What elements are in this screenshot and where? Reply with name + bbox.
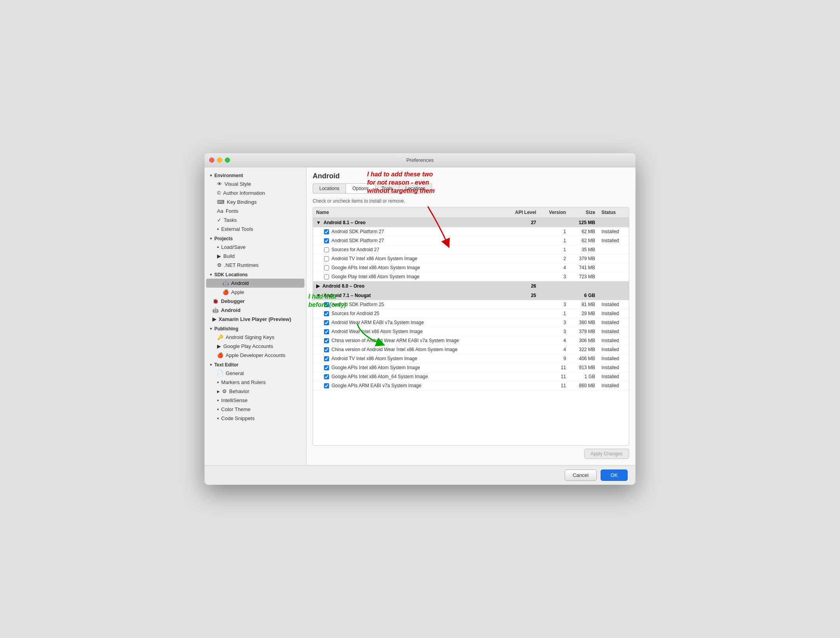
item-size: 360 MB [569,318,598,327]
item-status: Installed [598,227,629,236]
item-status: Installed [598,327,629,336]
item-checkbox[interactable] [324,229,329,234]
content-header: Android Locations Options Tools Location… [306,167,635,194]
item-checkbox[interactable] [324,329,329,334]
sidebar-item-color-theme[interactable]: ▪ Color Theme [206,405,304,414]
sidebar-item-android-standalone[interactable]: 🤖 Android [206,306,304,315]
snippets-icon: ▪ [217,415,219,421]
item-name: Google APIs Intel x86 Atom System Image [331,265,420,270]
sidebar-item-android-signing[interactable]: 🔑 Android Signing Keys [206,333,304,342]
item-checkbox[interactable] [324,383,329,388]
close-button[interactable] [209,158,214,163]
group-size [569,281,598,291]
sidebar-item-google-play[interactable]: ▶ Google Play Accounts [206,342,304,351]
item-size: 913 MB [569,363,598,372]
sdk-table[interactable]: Name API Level Version Size Status ▼ And… [313,207,629,446]
item-api [504,336,539,345]
sidebar-item-code-snippets[interactable]: ▪ Code Snippets [206,414,304,423]
sidebar-item-apple-dev[interactable]: 🍎 Apple Developer Accounts [206,351,304,360]
cancel-button[interactable]: Cancel [565,469,597,481]
item-checkbox[interactable] [324,320,329,325]
page-title: Android [313,172,629,180]
maximize-button[interactable] [225,158,230,163]
item-checkbox[interactable] [324,347,329,352]
tab-locations1[interactable]: Locations [313,183,346,194]
item-version: 1 [539,227,569,236]
item-checkbox[interactable] [324,374,329,379]
tab-options[interactable]: Options [346,183,375,194]
item-status: Installed [598,318,629,327]
sidebar-item-apple[interactable]: 🍎 Apple [206,288,304,297]
sidebar-item-visual-style[interactable]: 👁 Visual Style [206,179,304,188]
sidebar-item-debugger[interactable]: 🐞 Debugger [206,297,304,306]
item-checkbox[interactable] [324,302,329,307]
sidebar-item-general[interactable]: 📄 General [206,369,304,378]
item-checkbox[interactable] [324,238,329,243]
sidebar-item-author-info[interactable]: © Author Information [206,188,304,198]
sidebar-item-load-save[interactable]: ▪ Load/Save [206,243,304,252]
item-version: 3 [539,327,569,336]
item-checkbox[interactable] [324,274,329,279]
item-checkbox[interactable] [324,265,329,270]
item-size: 1 GB [569,372,598,381]
item-size: 62 MB [569,227,598,236]
table-row: Android Wear ARM EABI v7a System Image 3… [313,318,629,327]
apply-row: Apply Changes [313,446,629,460]
sidebar-item-intellisense[interactable]: ▪ IntelliSense [206,396,304,405]
key-icon: 🔑 [217,334,223,340]
tab-locations2[interactable]: Locations [399,183,432,194]
folder-icon: ▪ [217,244,219,250]
google-icon: ▶ [217,343,221,349]
sidebar-group-text-editor[interactable]: ▼ Text Editor [205,360,306,369]
item-name: Sources for Android 25 [331,311,379,316]
col-version: Version [539,207,569,218]
sidebar-item-xamarin[interactable]: ▶ Xamarin Live Player (Preview) [206,315,304,324]
tab-tools[interactable]: Tools [375,183,399,194]
item-checkbox[interactable] [324,338,329,343]
sidebar-group-projects[interactable]: ▼ Projects [205,234,306,243]
item-checkbox[interactable] [324,256,329,261]
sidebar-item-behavior[interactable]: ▶ ⚙ Behavior [206,387,304,396]
ok-button[interactable]: OK [601,469,628,481]
item-checkbox[interactable] [324,247,329,252]
item-size: 62 MB [569,236,598,245]
table-group-row[interactable]: ▶ Android 8.0 – Oreo 26 [313,281,629,291]
item-checkbox[interactable] [324,311,329,316]
item-name: Android SDK Platform 27 [331,229,384,234]
sidebar-group-environment[interactable]: ▼ Environment [205,170,306,179]
item-api [504,354,539,363]
sidebar-item-net-runtimes[interactable]: ⚙ .NET Runtimes [206,261,304,270]
sidebar-group-sdk[interactable]: ▼ SDK Locations [205,270,306,279]
sidebar-item-external-tools[interactable]: ▪ External Tools [206,225,304,234]
sidebar-item-markers[interactable]: ▪ Markers and Rulers [206,378,304,387]
item-version: 1 [539,309,569,318]
sidebar-item-key-bindings[interactable]: ⌨ Key Bindings [206,198,304,207]
doc-icon: 📄 [217,370,223,376]
table-row: Google APIs Intel x86 Atom System Image … [313,263,629,272]
sidebar-item-android[interactable]: 🤖 Android [206,279,304,288]
author-icon: © [217,190,221,196]
item-api [504,254,539,263]
item-name: Google APIs ARM EABI v7a System Image [331,383,421,388]
item-name: Android TV Intel x86 Atom System Image [331,356,417,361]
sidebar-group-publishing[interactable]: ▼ Publishing [205,324,306,333]
item-size: 723 MB [569,272,598,281]
item-version: 3 [539,318,569,327]
debugger-icon: 🐞 [212,298,219,304]
sidebar-item-fonts[interactable]: Aa Fonts [206,207,304,216]
main-content: I had to add these twofor not reason - e… [306,167,635,465]
item-checkbox[interactable] [324,356,329,361]
item-version: 1 [539,236,569,245]
item-api [504,327,539,336]
minimize-button[interactable] [217,158,222,163]
sidebar-item-tasks[interactable]: ✓ Tasks [206,216,304,225]
sidebar-item-build[interactable]: ▶ Build [206,252,304,261]
item-version: 11 [539,363,569,372]
apply-changes-button[interactable]: Apply Changes [584,449,629,459]
table-row: Sources for Android 27 1 35 MB [313,245,629,254]
table-group-row[interactable]: ▼ Android 7.1 – Nougat 25 6 GB [313,291,629,300]
table-group-row[interactable]: ▼ Android 8.1 – Oreo 27 125 MB [313,218,629,228]
item-api [504,363,539,372]
fonts-icon: Aa [217,208,223,214]
item-checkbox[interactable] [324,365,329,370]
